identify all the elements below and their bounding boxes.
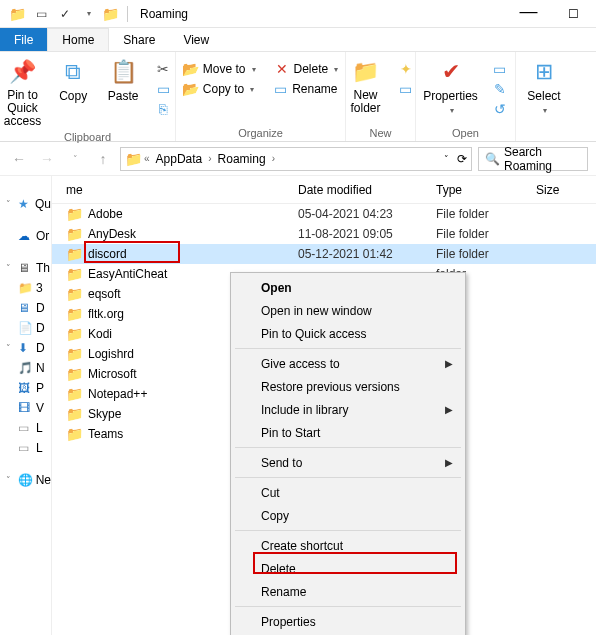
forward-button[interactable]: →: [36, 148, 58, 170]
copy-button[interactable]: ⧉ Copy: [51, 56, 95, 105]
ctx-delete[interactable]: Delete: [233, 557, 463, 580]
chevron-down-icon: ▾: [334, 65, 338, 74]
folder-icon: 📁: [66, 346, 88, 362]
ctx-give-access[interactable]: Give access to▶: [233, 352, 463, 375]
nav-item[interactable]: 🎞V: [0, 398, 51, 418]
delete-button[interactable]: ✕Delete▾: [270, 60, 343, 78]
select-button[interactable]: ⊞ Select ▾: [522, 56, 566, 117]
ctx-pin-start[interactable]: Pin to Start: [233, 421, 463, 444]
maximize-button[interactable]: ☐: [551, 0, 596, 28]
col-date[interactable]: Date modified: [298, 183, 436, 197]
nav-item[interactable]: ☁Or: [0, 226, 51, 246]
separator: [235, 530, 461, 531]
col-type[interactable]: Type: [436, 183, 536, 197]
ctx-restore[interactable]: Restore previous versions: [233, 375, 463, 398]
ctx-copy[interactable]: Copy: [233, 504, 463, 527]
label: Copy to: [203, 82, 244, 96]
minimize-button[interactable]: —: [506, 0, 551, 28]
paste-shortcut-button[interactable]: ⎘: [151, 100, 175, 118]
qat-item[interactable]: ▭: [32, 5, 50, 23]
new-item-button[interactable]: ✦: [394, 60, 418, 78]
nav-item[interactable]: 🖥D: [0, 298, 51, 318]
group-label: [522, 127, 566, 139]
qat-item[interactable]: ✓: [56, 5, 74, 23]
copy-to-button[interactable]: 📂Copy to▾: [179, 80, 258, 98]
ctx-properties[interactable]: Properties: [233, 610, 463, 633]
col-name[interactable]: me: [66, 183, 298, 197]
shortcut-icon: ⎘: [155, 101, 171, 117]
crumb-appdata[interactable]: AppData: [152, 152, 207, 166]
move-icon: 📂: [183, 61, 199, 77]
search-icon: 🔍: [485, 152, 500, 166]
tab-share[interactable]: Share: [109, 28, 169, 51]
new-folder-button[interactable]: 📁 New folder: [344, 56, 388, 117]
folder-icon: 📁: [66, 206, 88, 222]
breadcrumb[interactable]: 📁 « AppData › Roaming › ˅ ⟳: [120, 147, 472, 171]
file-date: 11-08-2021 09:05: [298, 227, 436, 241]
copy-path-button[interactable]: ▭: [151, 80, 175, 98]
folder-icon: 📁: [66, 326, 88, 342]
folder-icon: 📁: [125, 151, 142, 167]
paste-icon: 📋: [109, 58, 137, 86]
table-row[interactable]: 📁AnyDesk11-08-2021 09:05File folder: [52, 224, 596, 244]
refresh-button[interactable]: ⟳: [457, 152, 467, 166]
move-to-button[interactable]: 📂Move to▾: [179, 60, 260, 78]
pin-to-quick-access-button[interactable]: 📌 Pin to Quick access: [0, 56, 45, 131]
nav-label: N: [36, 361, 45, 375]
dropdown-icon[interactable]: ˅: [444, 154, 449, 164]
edit-button[interactable]: ✎: [488, 80, 512, 98]
paste-button[interactable]: 📋 Paste: [101, 56, 145, 105]
properties-button[interactable]: ✔ Properties ▾: [419, 56, 482, 117]
col-size[interactable]: Size: [536, 183, 596, 197]
nav-item[interactable]: ▭L: [0, 438, 51, 458]
nav-item[interactable]: ˅★Qu: [0, 194, 51, 214]
label: Rename: [292, 82, 337, 96]
cut-button[interactable]: ✂: [151, 60, 175, 78]
nav-item[interactable]: ▭L: [0, 418, 51, 438]
ctx-create-shortcut[interactable]: Create shortcut: [233, 534, 463, 557]
table-row[interactable]: 📁Adobe05-04-2021 04:23File folder: [52, 204, 596, 224]
ctx-cut[interactable]: Cut: [233, 481, 463, 504]
file-name: AnyDesk: [88, 227, 298, 241]
rename-button[interactable]: ▭Rename: [268, 80, 341, 98]
ctx-include-library[interactable]: Include in library▶: [233, 398, 463, 421]
tab-home[interactable]: Home: [47, 28, 109, 51]
tab-file[interactable]: File: [0, 28, 47, 51]
qat-dropdown[interactable]: ▾: [80, 5, 98, 23]
chevron-down-icon: ▾: [450, 106, 454, 115]
nav-item[interactable]: ˅🌐Ne: [0, 470, 51, 490]
history-button[interactable]: ↺: [488, 100, 512, 118]
folder-icon: 📁: [66, 246, 88, 262]
easy-access-button[interactable]: ▭: [394, 80, 418, 98]
file-name: Adobe: [88, 207, 298, 221]
ctx-send-to[interactable]: Send to▶: [233, 451, 463, 474]
scissors-icon: ✂: [155, 61, 171, 77]
back-button[interactable]: ←: [8, 148, 30, 170]
label: Include in library: [261, 403, 348, 417]
table-row[interactable]: 📁discord05-12-2021 01:42File folder: [52, 244, 596, 264]
recent-dropdown[interactable]: ˅: [64, 148, 86, 170]
up-button[interactable]: ↑: [92, 148, 114, 170]
label: Give access to: [261, 357, 340, 371]
open-button[interactable]: ▭: [488, 60, 512, 78]
label: Move to: [203, 62, 246, 76]
search-input[interactable]: 🔍 Search Roaming: [478, 147, 588, 171]
nav-item[interactable]: 📁3: [0, 278, 51, 298]
crumb-roaming[interactable]: Roaming: [214, 152, 270, 166]
label: Select: [527, 89, 560, 103]
ctx-open-new-window[interactable]: Open in new window: [233, 299, 463, 322]
separator: [235, 348, 461, 349]
nav-item[interactable]: 🖼P: [0, 378, 51, 398]
nav-item[interactable]: 📄D: [0, 318, 51, 338]
tab-view[interactable]: View: [169, 28, 223, 51]
column-headers[interactable]: me Date modified Type Size: [52, 176, 596, 204]
ctx-open[interactable]: Open: [233, 276, 463, 299]
nav-item[interactable]: 🎵N: [0, 358, 51, 378]
navigation-pane[interactable]: ˅★Qu☁Or˅🖥Th📁3🖥D📄D˅⬇D🎵N🖼P🎞V▭L▭L˅🌐Ne: [0, 176, 52, 635]
ctx-pin-quick-access[interactable]: Pin to Quick access: [233, 322, 463, 345]
nav-icon: 🖥: [18, 301, 32, 315]
separator: [235, 447, 461, 448]
ctx-rename[interactable]: Rename: [233, 580, 463, 603]
nav-item[interactable]: ˅🖥Th: [0, 258, 51, 278]
nav-item[interactable]: ˅⬇D: [0, 338, 51, 358]
